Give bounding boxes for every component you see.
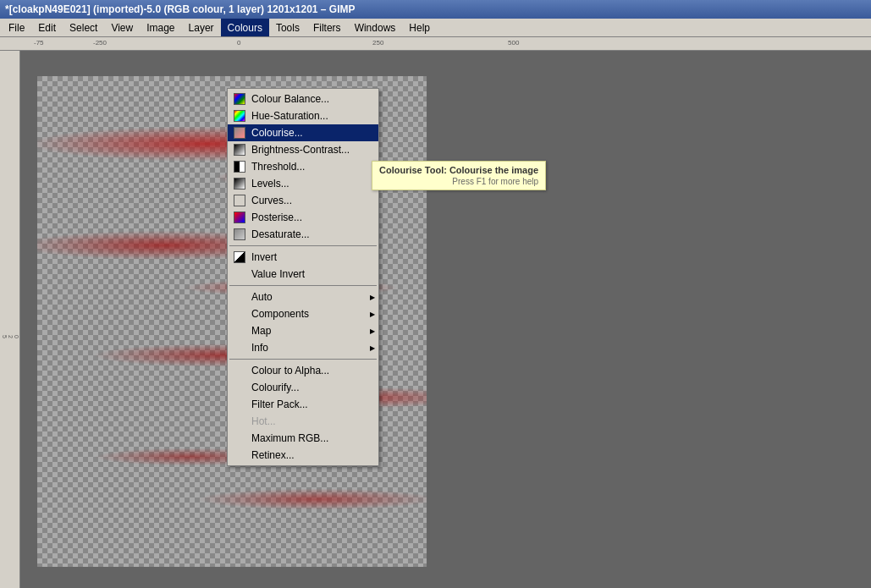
levels-icon [231, 177, 248, 190]
colourify-label: Colourify... [251, 382, 299, 393]
title-bar: *[cloakpN49E021] (imported)-5.0 (RGB col… [0, 0, 871, 19]
menu-colours[interactable]: Colours [221, 19, 269, 36]
desaturate-label: Desaturate... [251, 228, 310, 240]
left-toolbar: -5 -2 0 2 5 [0, 51, 20, 588]
components-label: Components [251, 308, 309, 320]
menu-levels[interactable]: Levels... [228, 175, 378, 192]
maximum-rgb-label: Maximum RGB... [251, 432, 328, 444]
retinex-label: Retinex... [251, 449, 295, 461]
menu-colour-to-alpha[interactable]: Colour to Alpha... [228, 362, 378, 379]
colours-dropdown-menu: Colour Balance... Hue-Saturation... Colo… [227, 88, 379, 466]
colourise-icon [231, 126, 248, 140]
auto-arrow: ▶ [370, 294, 375, 301]
menu-tools[interactable]: Tools [269, 19, 306, 36]
title-text: *[cloakpN49E021] (imported)-5.0 (RGB col… [5, 3, 356, 15]
v-ruler-mark-0: 0 [14, 335, 19, 338]
menu-brightness-contrast[interactable]: Brightness-Contrast... [228, 141, 378, 158]
v-ruler-mark-500b: 5 [2, 335, 8, 338]
menu-colour-balance[interactable]: Colour Balance... [228, 91, 378, 107]
menu-help[interactable]: Help [402, 19, 437, 36]
menu-colourify[interactable]: Colourify... [228, 379, 378, 396]
menu-maximum-rgb[interactable]: Maximum RGB... [228, 430, 378, 447]
menu-invert[interactable]: Invert [228, 249, 378, 266]
menu-filters[interactable]: Filters [306, 19, 348, 36]
menu-hot[interactable]: Hot... [228, 413, 378, 430]
ruler-mark-500: 500 [508, 39, 519, 47]
separator-1 [229, 245, 377, 246]
posterise-icon [231, 211, 248, 224]
menu-value-invert[interactable]: Value Invert [228, 266, 378, 283]
auto-label: Auto [251, 291, 273, 303]
menu-filter-pack[interactable]: Filter Pack... [228, 396, 378, 413]
menu-threshold[interactable]: Threshold... [228, 158, 378, 175]
posterise-label: Posterise... [251, 212, 302, 223]
colour-balance-label: Colour Balance... [251, 93, 329, 105]
hue-saturation-label: Hue-Saturation... [251, 110, 328, 122]
ruler-mark-neg250: -250 [93, 39, 107, 47]
v-ruler-mark-250b: 2 [8, 335, 14, 338]
canvas-area: Colour Balance... Hue-Saturation... Colo… [20, 51, 871, 588]
tooltip-hint: Press F1 for more help [379, 177, 538, 186]
menu-curves[interactable]: Curves... [228, 192, 378, 209]
separator-3 [229, 359, 377, 360]
hue-saturation-icon [231, 109, 248, 123]
ruler-mark-neg75: -75 [34, 39, 44, 47]
brightness-contrast-icon [231, 143, 248, 157]
menu-auto[interactable]: Auto ▶ [228, 289, 378, 305]
curves-icon [231, 194, 248, 207]
components-arrow: ▶ [370, 310, 375, 318]
filter-pack-label: Filter Pack... [251, 398, 308, 410]
invert-label: Invert [251, 251, 277, 263]
desaturate-icon [231, 228, 248, 241]
map-label: Map [251, 325, 271, 337]
ruler-mark-0: 0 [237, 39, 240, 47]
menu-edit[interactable]: Edit [31, 19, 63, 36]
hot-label: Hot... [251, 415, 276, 427]
menu-file[interactable]: File [2, 19, 31, 36]
menu-posterise[interactable]: Posterise... [228, 209, 378, 226]
map-arrow: ▶ [370, 327, 375, 335]
threshold-icon [231, 160, 248, 173]
ruler-mark-250: 250 [372, 39, 383, 47]
menu-layer[interactable]: Layer [182, 19, 221, 36]
menu-view[interactable]: View [104, 19, 140, 36]
menu-components[interactable]: Components ▶ [228, 305, 378, 322]
menu-windows[interactable]: Windows [348, 19, 403, 36]
menu-retinex[interactable]: Retinex... [228, 447, 378, 464]
colour-balance-icon [231, 92, 248, 106]
menu-image[interactable]: Image [140, 19, 181, 36]
menu-select[interactable]: Select [63, 19, 104, 36]
threshold-label: Threshold... [251, 161, 305, 173]
menu-bar: File Edit Select View Image Layer Colour… [0, 19, 871, 37]
separator-2 [229, 285, 377, 286]
menu-hue-saturation[interactable]: Hue-Saturation... [228, 107, 378, 124]
menu-desaturate[interactable]: Desaturate... [228, 226, 378, 243]
colour-to-alpha-label: Colour to Alpha... [251, 365, 329, 376]
main-layout: -5 -2 0 2 5 Colour Balance... H [0, 51, 871, 588]
menu-colourise[interactable]: Colourise... [228, 124, 378, 141]
invert-icon [231, 250, 248, 264]
menu-map[interactable]: Map ▶ [228, 322, 378, 339]
brightness-contrast-label: Brightness-Contrast... [251, 144, 350, 156]
curves-label: Curves... [251, 195, 292, 206]
colourise-label: Colourise... [251, 127, 303, 139]
menu-info[interactable]: Info ▶ [228, 339, 378, 356]
ruler-horizontal: -75 -250 0 250 500 [0, 37, 871, 51]
info-label: Info [251, 342, 268, 354]
tooltip-main: Colourise Tool: Colourise the image [379, 165, 538, 175]
tooltip: Colourise Tool: Colourise the image Pres… [372, 161, 546, 190]
value-invert-label: Value Invert [251, 268, 305, 280]
info-arrow: ▶ [370, 344, 375, 352]
levels-label: Levels... [251, 178, 289, 190]
